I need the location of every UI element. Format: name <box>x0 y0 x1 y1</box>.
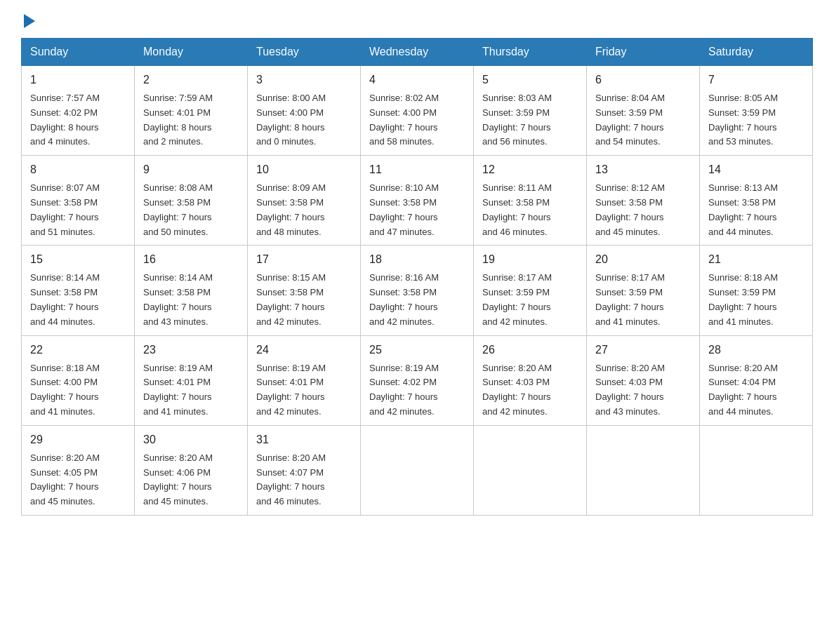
day-info: Sunrise: 8:18 AMSunset: 3:59 PMDaylight:… <box>708 271 804 329</box>
calendar-cell: 21 Sunrise: 8:18 AMSunset: 3:59 PMDaylig… <box>700 246 813 335</box>
page-header <box>21 14 813 24</box>
day-number: 30 <box>143 431 239 448</box>
day-info: Sunrise: 8:16 AMSunset: 3:58 PMDaylight:… <box>369 271 465 329</box>
day-number: 16 <box>143 251 239 268</box>
day-number: 20 <box>595 251 691 268</box>
day-info: Sunrise: 8:08 AMSunset: 3:58 PMDaylight:… <box>143 181 239 239</box>
calendar-cell: 27 Sunrise: 8:20 AMSunset: 4:03 PMDaylig… <box>587 335 700 425</box>
calendar-cell: 1 Sunrise: 7:57 AMSunset: 4:02 PMDayligh… <box>22 66 135 156</box>
day-info: Sunrise: 7:57 AMSunset: 4:02 PMDaylight:… <box>30 91 126 149</box>
day-number: 4 <box>369 72 465 88</box>
calendar-cell <box>474 425 587 515</box>
day-number: 27 <box>595 342 691 358</box>
calendar-cell: 17 Sunrise: 8:15 AMSunset: 3:58 PMDaylig… <box>248 246 361 335</box>
day-number: 3 <box>256 72 352 88</box>
calendar-cell: 5 Sunrise: 8:03 AMSunset: 3:59 PMDayligh… <box>474 66 587 156</box>
day-number: 7 <box>708 72 804 88</box>
weekday-header-tuesday: Tuesday <box>248 39 361 66</box>
calendar-cell: 20 Sunrise: 8:17 AMSunset: 3:59 PMDaylig… <box>587 246 700 335</box>
calendar-cell: 14 Sunrise: 8:13 AMSunset: 3:58 PMDaylig… <box>700 156 813 246</box>
calendar-cell: 22 Sunrise: 8:18 AMSunset: 4:00 PMDaylig… <box>22 335 135 425</box>
weekday-header-wednesday: Wednesday <box>361 39 474 66</box>
day-number: 5 <box>482 72 578 88</box>
day-info: Sunrise: 8:04 AMSunset: 3:59 PMDaylight:… <box>595 91 691 149</box>
day-number: 6 <box>595 72 691 88</box>
calendar-cell: 19 Sunrise: 8:17 AMSunset: 3:59 PMDaylig… <box>474 246 587 335</box>
day-info: Sunrise: 8:03 AMSunset: 3:59 PMDaylight:… <box>482 91 578 149</box>
calendar-cell: 28 Sunrise: 8:20 AMSunset: 4:04 PMDaylig… <box>700 335 813 425</box>
day-info: Sunrise: 8:13 AMSunset: 3:58 PMDaylight:… <box>708 181 804 239</box>
day-number: 23 <box>143 342 239 358</box>
calendar-cell: 7 Sunrise: 8:05 AMSunset: 3:59 PMDayligh… <box>700 66 813 156</box>
day-info: Sunrise: 7:59 AMSunset: 4:01 PMDaylight:… <box>143 91 239 149</box>
calendar-cell: 16 Sunrise: 8:14 AMSunset: 3:58 PMDaylig… <box>135 246 248 335</box>
day-info: Sunrise: 8:00 AMSunset: 4:00 PMDaylight:… <box>256 91 352 149</box>
calendar-cell: 18 Sunrise: 8:16 AMSunset: 3:58 PMDaylig… <box>361 246 474 335</box>
calendar-cell: 8 Sunrise: 8:07 AMSunset: 3:58 PMDayligh… <box>22 156 135 246</box>
day-number: 8 <box>30 161 126 178</box>
calendar-cell: 4 Sunrise: 8:02 AMSunset: 4:00 PMDayligh… <box>361 66 474 156</box>
day-number: 29 <box>30 431 126 448</box>
day-number: 15 <box>30 251 126 268</box>
day-number: 19 <box>482 251 578 268</box>
calendar-cell: 6 Sunrise: 8:04 AMSunset: 3:59 PMDayligh… <box>587 66 700 156</box>
day-info: Sunrise: 8:09 AMSunset: 3:58 PMDaylight:… <box>256 181 352 239</box>
calendar-week-3: 15 Sunrise: 8:14 AMSunset: 3:58 PMDaylig… <box>22 246 813 335</box>
calendar-week-4: 22 Sunrise: 8:18 AMSunset: 4:00 PMDaylig… <box>22 335 813 425</box>
day-info: Sunrise: 8:05 AMSunset: 3:59 PMDaylight:… <box>708 91 804 149</box>
calendar-week-5: 29 Sunrise: 8:20 AMSunset: 4:05 PMDaylig… <box>22 425 813 515</box>
day-info: Sunrise: 8:20 AMSunset: 4:05 PMDaylight:… <box>30 451 126 509</box>
calendar-week-2: 8 Sunrise: 8:07 AMSunset: 3:58 PMDayligh… <box>22 156 813 246</box>
calendar-cell: 24 Sunrise: 8:19 AMSunset: 4:01 PMDaylig… <box>248 335 361 425</box>
day-info: Sunrise: 8:10 AMSunset: 3:58 PMDaylight:… <box>369 181 465 239</box>
weekday-header-thursday: Thursday <box>474 39 587 66</box>
day-info: Sunrise: 8:17 AMSunset: 3:59 PMDaylight:… <box>482 271 578 329</box>
calendar-cell <box>587 425 700 515</box>
day-number: 10 <box>256 161 352 178</box>
day-info: Sunrise: 8:11 AMSunset: 3:58 PMDaylight:… <box>482 181 578 239</box>
day-number: 13 <box>595 161 691 178</box>
day-number: 1 <box>30 72 126 88</box>
weekday-header-saturday: Saturday <box>700 39 813 66</box>
calendar-cell: 3 Sunrise: 8:00 AMSunset: 4:00 PMDayligh… <box>248 66 361 156</box>
day-number: 21 <box>708 251 804 268</box>
day-number: 18 <box>369 251 465 268</box>
logo <box>21 14 35 24</box>
day-info: Sunrise: 8:19 AMSunset: 4:02 PMDaylight:… <box>369 361 465 420</box>
weekday-header-sunday: Sunday <box>22 39 135 66</box>
day-number: 22 <box>30 342 126 358</box>
day-info: Sunrise: 8:18 AMSunset: 4:00 PMDaylight:… <box>30 361 126 420</box>
day-info: Sunrise: 8:07 AMSunset: 3:58 PMDaylight:… <box>30 181 126 239</box>
day-number: 25 <box>369 342 465 358</box>
calendar-cell: 9 Sunrise: 8:08 AMSunset: 3:58 PMDayligh… <box>135 156 248 246</box>
calendar-cell: 23 Sunrise: 8:19 AMSunset: 4:01 PMDaylig… <box>135 335 248 425</box>
day-number: 28 <box>708 342 804 358</box>
calendar-table: SundayMondayTuesdayWednesdayThursdayFrid… <box>21 38 813 516</box>
day-info: Sunrise: 8:12 AMSunset: 3:58 PMDaylight:… <box>595 181 691 239</box>
day-info: Sunrise: 8:19 AMSunset: 4:01 PMDaylight:… <box>256 361 352 420</box>
day-info: Sunrise: 8:14 AMSunset: 3:58 PMDaylight:… <box>143 271 239 329</box>
weekday-header-row: SundayMondayTuesdayWednesdayThursdayFrid… <box>22 39 813 66</box>
calendar-cell: 26 Sunrise: 8:20 AMSunset: 4:03 PMDaylig… <box>474 335 587 425</box>
logo-triangle-icon <box>24 14 35 28</box>
calendar-cell: 10 Sunrise: 8:09 AMSunset: 3:58 PMDaylig… <box>248 156 361 246</box>
day-number: 17 <box>256 251 352 268</box>
day-number: 9 <box>143 161 239 178</box>
day-number: 26 <box>482 342 578 358</box>
day-number: 14 <box>708 161 804 178</box>
calendar-cell: 11 Sunrise: 8:10 AMSunset: 3:58 PMDaylig… <box>361 156 474 246</box>
day-info: Sunrise: 8:20 AMSunset: 4:03 PMDaylight:… <box>595 361 691 420</box>
day-number: 11 <box>369 161 465 178</box>
calendar-cell <box>700 425 813 515</box>
day-info: Sunrise: 8:20 AMSunset: 4:04 PMDaylight:… <box>708 361 804 420</box>
calendar-cell: 12 Sunrise: 8:11 AMSunset: 3:58 PMDaylig… <box>474 156 587 246</box>
calendar-cell: 15 Sunrise: 8:14 AMSunset: 3:58 PMDaylig… <box>22 246 135 335</box>
day-number: 2 <box>143 72 239 88</box>
day-info: Sunrise: 8:19 AMSunset: 4:01 PMDaylight:… <box>143 361 239 420</box>
weekday-header-monday: Monday <box>135 39 248 66</box>
calendar-body: 1 Sunrise: 7:57 AMSunset: 4:02 PMDayligh… <box>22 66 813 516</box>
day-info: Sunrise: 8:02 AMSunset: 4:00 PMDaylight:… <box>369 91 465 149</box>
weekday-header-friday: Friday <box>587 39 700 66</box>
day-number: 31 <box>256 431 352 448</box>
day-info: Sunrise: 8:17 AMSunset: 3:59 PMDaylight:… <box>595 271 691 329</box>
